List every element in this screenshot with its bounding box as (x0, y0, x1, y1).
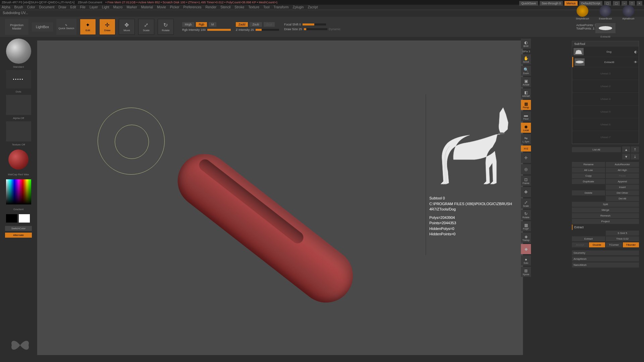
menu-stencil[interactable]: Stencil (220, 5, 230, 9)
rgb-toggle[interactable]: Rgb (196, 22, 207, 27)
copy-button[interactable]: Copy (572, 173, 605, 178)
paste-button[interactable]: Paste (606, 173, 639, 178)
menu-brush[interactable]: Brush (14, 5, 23, 9)
xpose-button[interactable]: ⊞Xpose (521, 267, 531, 277)
zcut-toggle[interactable]: Zcut (264, 22, 275, 27)
remesh-section[interactable]: Remesh (572, 213, 639, 218)
move-bottom-button[interactable]: ⤓ (631, 154, 639, 160)
menu-layer[interactable]: Layer (90, 5, 98, 9)
delete-button[interactable]: Delete (572, 190, 605, 195)
duplicate-button[interactable]: Duplicate (572, 179, 605, 184)
persp-button[interactable]: ▦Persp (521, 100, 531, 110)
floor-button[interactable]: ▬Floor (521, 111, 531, 121)
z-intensity-label[interactable]: Z Intensity 25 (236, 28, 254, 32)
menu-transform[interactable]: Transform (273, 5, 288, 9)
all-high-button[interactable]: All High (606, 168, 639, 173)
extract-section[interactable]: Extract (572, 225, 639, 230)
axis-button[interactable]: ✛ (521, 153, 531, 163)
menu-stroke[interactable]: Stroke (234, 5, 244, 9)
xyz-button[interactable]: XYZ (521, 145, 531, 152)
move-down-button[interactable]: ▼ (622, 154, 630, 160)
lightbox-button[interactable]: LightBox (32, 22, 53, 32)
seethrough-control[interactable]: See-through 0 (540, 1, 563, 6)
menu-render[interactable]: Render (206, 5, 217, 9)
geometry-section[interactable]: Geometry (572, 250, 639, 255)
menu-preferences[interactable]: Preferences (183, 5, 202, 9)
material-preview[interactable] (8, 149, 29, 170)
move-up-button[interactable]: ▲ (622, 146, 630, 153)
zoom-button[interactable]: 🔍Zoom (521, 66, 531, 76)
menu-file[interactable]: File (80, 5, 86, 9)
edit-button[interactable]: ✦Edit (80, 19, 96, 35)
tool-thumb[interactable] (595, 23, 615, 33)
menu-color[interactable]: Color (27, 5, 35, 9)
alternate-button[interactable]: Alternate (5, 233, 32, 238)
menu-draw[interactable]: Draw (58, 5, 66, 9)
actual-button[interactable]: ▣Actual (521, 77, 531, 87)
merge-section[interactable]: Merge (572, 207, 639, 213)
subtool-slot[interactable]: Uhead 5 (572, 106, 639, 118)
scroll-button[interactable]: ✋Scroll (521, 54, 531, 64)
split-section[interactable]: Split (572, 202, 639, 207)
accept-button[interactable]: Accept (572, 242, 588, 247)
all-low-button[interactable]: All Low (572, 168, 605, 173)
menu-tool[interactable]: Tool (263, 5, 269, 9)
menu-texture[interactable]: Texture (248, 5, 259, 9)
color-picker[interactable] (6, 179, 31, 204)
move-button[interactable]: ✥Move (119, 19, 135, 35)
list-all-button[interactable]: List All (572, 147, 621, 152)
draw-button[interactable]: ✢Draw (99, 19, 115, 35)
thick-field[interactable]: Thick 0.02 (606, 236, 639, 241)
rgb-intensity-label[interactable]: Rgb Intensity 100 (182, 28, 206, 32)
projection-master-button[interactable]: Projection Master (5, 19, 29, 35)
nanomesh-section[interactable]: NanoMesh (572, 262, 639, 267)
draw-size-label[interactable]: Draw Size 25 (284, 27, 302, 31)
menu-picker[interactable]: Picker (170, 5, 179, 9)
alphabrush[interactable]: AlphaBrush (620, 5, 637, 21)
rgb-intensity-slider[interactable] (207, 29, 231, 31)
m-toggle[interactable]: M (209, 22, 217, 27)
secondary-color[interactable] (6, 214, 17, 223)
zsub-toggle[interactable]: Zsub (250, 22, 262, 27)
primary-color[interactable] (19, 214, 30, 223)
transp-button[interactable]: ◈Transp (521, 233, 531, 243)
eraserbrush[interactable]: EraserBrush (597, 5, 614, 21)
s-smt-field[interactable]: S Smt 5 (606, 231, 639, 236)
subtool-slot[interactable]: Uhead 4 (572, 93, 639, 106)
double-button[interactable]: Double (589, 242, 605, 247)
move-view-button[interactable]: ✥ (521, 187, 531, 197)
polyf-button[interactable]: ▦PolyF (521, 221, 531, 231)
stroke-preview[interactable] (6, 70, 31, 88)
menu-marker[interactable]: Marker (126, 5, 137, 9)
rotate-button[interactable]: ↻Rotate (158, 19, 174, 35)
rename-button[interactable]: Rename (572, 162, 605, 167)
scale-view-button[interactable]: ⤢Scale (521, 198, 531, 208)
gradient-label[interactable]: Gradient (5, 208, 32, 211)
menu-edit[interactable]: Edit (70, 5, 76, 9)
subtool-slot[interactable]: Uhead 2 (572, 80, 639, 93)
solo-button[interactable]: ●Solo (521, 255, 531, 265)
focal-shift-label[interactable]: Focal Shift 0 (284, 23, 301, 26)
local-button[interactable]: ◉Local (521, 123, 531, 133)
frame-button[interactable]: ⊡Frame (521, 176, 531, 186)
z-intensity-slider[interactable] (256, 29, 279, 31)
subtool-extract8[interactable]: Extract8 👁 (572, 57, 639, 67)
alpha-preview[interactable] (6, 95, 31, 115)
subtool-dog[interactable]: Dog ◐ (572, 47, 639, 57)
menu-macro[interactable]: Macro (113, 5, 123, 9)
spix-label[interactable]: SPix 3 (521, 50, 532, 53)
extract-button[interactable]: Extract (572, 236, 605, 241)
insert-button[interactable]: Insert (606, 185, 639, 190)
move-top-button[interactable]: ⤒ (631, 146, 639, 153)
zadd-toggle[interactable]: Zadd (236, 22, 248, 27)
subtool-slot[interactable]: Uhead 3 (572, 67, 639, 80)
subtool-header[interactable]: SubTool (572, 41, 639, 47)
menu-alpha[interactable]: Alpha (2, 5, 10, 9)
del-all-button[interactable]: Del All (606, 196, 639, 201)
subtool-slot[interactable]: Uhead 6 (572, 118, 639, 131)
canvas[interactable]: Subtool 0 C:\PROGRAM FILES (X86)\PIXOLOG… (37, 40, 523, 355)
menu-document[interactable]: Document (39, 5, 55, 9)
arraymesh-section[interactable]: ArrayMesh (572, 256, 639, 261)
del-other-button[interactable]: Del Other (606, 190, 639, 195)
append-button[interactable]: Append (606, 179, 639, 184)
